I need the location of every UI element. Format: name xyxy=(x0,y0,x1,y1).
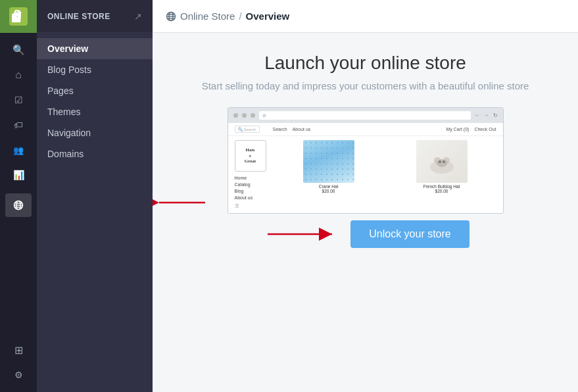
chrome-buttons: ← → ↻ xyxy=(475,112,498,118)
icon-bar: 🔍 ⌂ ☑ 🏷 👥 📊 ⊞ ⚙ xyxy=(0,0,37,392)
preview-search-box: 🔍 Search xyxy=(235,126,260,133)
breadcrumb-current: Overview xyxy=(246,11,290,22)
icon-bar-navigation: 🔍 ⌂ ☑ 🏷 👥 📊 ⊞ ⚙ xyxy=(5,33,32,392)
bulldog-hat-svg xyxy=(425,149,458,175)
sidebar-item-pages[interactable]: Pages xyxy=(37,80,153,101)
preview-nav-catalog: Catalog xyxy=(235,182,268,187)
preview-product-2-image xyxy=(416,140,468,183)
preview-chrome-bar: ⊘ ← → ↻ xyxy=(228,108,503,123)
analytics-nav-icon[interactable]: 📊 xyxy=(5,163,32,187)
products-nav-icon[interactable]: 🏷 xyxy=(5,113,32,137)
preview-store-logo: HatsrGreat xyxy=(235,140,266,172)
breadcrumb-separator: / xyxy=(239,11,241,22)
preview-nav-blog: Blog xyxy=(235,188,268,194)
bottom-action-area: Unlock your store xyxy=(261,220,470,248)
address-bar-text: ⊘ xyxy=(262,113,266,118)
preview-nav-about: About us xyxy=(293,127,311,132)
page-subtitle: Start selling today and impress your cus… xyxy=(202,80,529,91)
shopify-logo xyxy=(9,7,28,26)
preview-left-col: HatsrGreat Home Catalog Blog About us ℛ xyxy=(235,140,268,209)
page-title: Launch your online store xyxy=(264,53,466,74)
preview-product-1: Crane Hat $20.00 xyxy=(274,140,383,193)
right-arrow xyxy=(261,224,340,244)
chrome-dot-1 xyxy=(233,113,238,118)
svg-point-16 xyxy=(443,160,445,163)
preview-left-nav: Home Catalog Blog About us xyxy=(235,175,268,201)
preview-search-icon: 🔍 xyxy=(238,127,243,132)
preview-nav-search: Search xyxy=(273,127,287,132)
main-content: Online Store / Overview Launch your onli… xyxy=(153,0,578,392)
chrome-dot-3 xyxy=(251,113,255,118)
preview-content-row: HatsrGreat Home Catalog Blog About us ℛ xyxy=(228,136,503,213)
page-area: Launch your online store Start selling t… xyxy=(153,33,578,392)
chrome-refresh: ↻ xyxy=(493,112,498,118)
shopify-logo-area[interactable] xyxy=(0,0,37,33)
sidebar-nav: Overview Blog Posts Pages Themes Navigat… xyxy=(37,33,153,170)
unlock-store-button[interactable]: Unlock your store xyxy=(350,220,470,248)
home-nav-icon[interactable]: ⌂ xyxy=(5,63,32,87)
preview-cart-text: My Cart (0) xyxy=(446,127,469,132)
preview-header-links: Search About us xyxy=(273,127,311,132)
preview-address-bar: ⊘ xyxy=(259,111,471,120)
online-store-nav-icon[interactable] xyxy=(5,193,32,217)
preview-product-1-image xyxy=(303,140,354,183)
sidebar-item-blog-posts[interactable]: Blog Posts xyxy=(37,59,153,80)
sidebar: ONLINE STORE ↗ Overview Blog Posts Pages… xyxy=(37,0,153,392)
chrome-nav-back: ← xyxy=(475,112,480,118)
sidebar-header-text: ONLINE STORE xyxy=(47,12,134,21)
sidebar-item-overview[interactable]: Overview xyxy=(37,38,153,59)
settings-nav-icon[interactable]: ⚙ xyxy=(5,363,32,387)
preview-store-header: 🔍 Search Search About us My Cart (0) Che… xyxy=(228,123,503,136)
breadcrumb-section: Online Store xyxy=(180,11,235,22)
apps-nav-icon[interactable]: ⊞ xyxy=(5,338,32,362)
preview-product-1-name: Crane Hat xyxy=(319,184,339,189)
chrome-nav-forward: → xyxy=(484,112,489,118)
left-arrow xyxy=(153,193,212,212)
svg-point-15 xyxy=(439,160,441,163)
orders-nav-icon[interactable]: ☑ xyxy=(5,88,32,112)
chrome-dot-2 xyxy=(242,113,247,118)
sidebar-item-domains[interactable]: Domains xyxy=(37,143,153,164)
customers-nav-icon[interactable]: 👥 xyxy=(5,138,32,162)
preview-nav-home: Home xyxy=(235,175,268,181)
sidebar-item-themes[interactable]: Themes xyxy=(37,101,153,122)
preview-nav-about-us: About us xyxy=(235,195,268,201)
preview-product-2-price: $20.00 xyxy=(435,189,448,193)
breadcrumb-globe-icon xyxy=(166,11,176,22)
preview-checkout-text: Check Out xyxy=(474,127,496,132)
svg-point-14 xyxy=(437,159,447,167)
preview-products-grid: Crane Hat $20.00 xyxy=(274,140,496,209)
preview-product-1-price: $20.00 xyxy=(322,189,335,193)
preview-header-cart: My Cart (0) Check Out xyxy=(446,127,496,132)
search-nav-icon[interactable]: 🔍 xyxy=(5,38,32,62)
external-link-icon[interactable]: ↗ xyxy=(134,11,142,22)
sidebar-header: ONLINE STORE ↗ xyxy=(37,0,153,33)
store-preview-frame: ⊘ ← → ↻ 🔍 Search Search xyxy=(228,107,504,214)
preview-search-label: Search xyxy=(244,128,256,132)
preview-product-2-name: French Bulldog Hat xyxy=(423,184,460,189)
preview-inner: 🔍 Search Search About us My Cart (0) Che… xyxy=(228,123,503,213)
breadcrumb: Online Store / Overview xyxy=(166,11,289,22)
sidebar-item-navigation[interactable]: Navigation xyxy=(37,122,153,143)
preview-social-icon: ℛ xyxy=(235,203,268,209)
topbar: Online Store / Overview xyxy=(153,0,578,33)
preview-product-2: French Bulldog Hat $20.00 xyxy=(387,140,496,193)
